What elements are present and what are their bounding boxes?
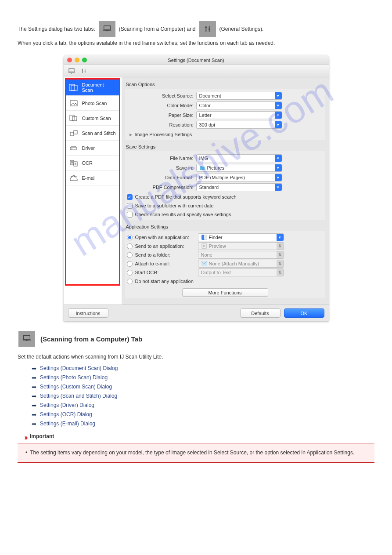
- checkbox-label: Create a PDF file that supports keyword …: [135, 194, 237, 200]
- color-mode-dropdown[interactable]: Color ▾: [196, 102, 282, 109]
- checkbox-icon: [127, 212, 133, 218]
- radio-label: Send to an application:: [135, 243, 184, 249]
- sidebar-item-photo-scan[interactable]: Photo Scan: [66, 96, 119, 111]
- select-value: Pictures: [207, 165, 225, 170]
- image-processing-label: Image Processing Settings: [135, 132, 192, 137]
- radio-label: Attach to e-mail:: [135, 261, 170, 266]
- paper-size-dropdown[interactable]: Letter ▾: [196, 111, 282, 119]
- close-icon[interactable]: [67, 58, 72, 62]
- sidebar-item-email[interactable]: E-mail: [66, 170, 119, 185]
- link-item[interactable]: ➡Settings (E-mail) Dialog: [32, 421, 374, 427]
- disclosure-triangle-icon: ▶: [129, 133, 132, 137]
- checkbox-subfolder-date[interactable]: Save to a subfolder with current date: [127, 201, 324, 210]
- sidebar-item-document-scan[interactable]: Document Scan: [66, 80, 119, 96]
- file-name-field[interactable]: IMG ▾: [196, 154, 282, 162]
- checkbox-check-results[interactable]: Check scan results and specify save sett…: [127, 210, 324, 219]
- chevron-down-icon: ▾: [277, 234, 284, 241]
- checkbox-label: Check scan results and specify save sett…: [135, 212, 231, 217]
- sidebar-label: Scan and Stitch: [82, 131, 116, 136]
- tab-section-para: Set the default actions when scanning fr…: [18, 353, 374, 361]
- important-body: •The setting items vary depending on you…: [18, 443, 374, 463]
- save-in-label: Save in:: [127, 165, 196, 170]
- email-icon: [69, 174, 79, 182]
- titlebar: Settings (Document Scan): [64, 55, 329, 65]
- link-item[interactable]: ➡Settings (Document Scan) Dialog: [32, 365, 374, 372]
- select-value: PDF (Multiple Pages): [199, 175, 245, 180]
- link-item[interactable]: ➡Settings (Custom Scan) Dialog: [32, 384, 374, 390]
- svg-rect-4: [69, 69, 74, 72]
- radio-open-with-app[interactable]: [127, 235, 133, 240]
- document-scan-icon: [69, 83, 79, 91]
- svg-rect-5: [68, 72, 75, 73]
- more-functions-button[interactable]: More Functions: [182, 288, 268, 297]
- link-item[interactable]: ➡Settings (Driver) Dialog: [32, 402, 374, 409]
- checkbox-keyword-search[interactable]: ✓ Create a PDF file that supports keywor…: [127, 192, 324, 201]
- link-item[interactable]: ➡Settings (OCR) Dialog: [32, 411, 374, 418]
- dialog-footer: Instructions Defaults OK: [64, 305, 329, 321]
- svg-rect-22: [24, 336, 30, 340]
- radio-send-to-folder[interactable]: [127, 252, 133, 258]
- minimize-icon[interactable]: [75, 58, 79, 62]
- chevron-down-icon: ▾: [275, 174, 282, 181]
- link-text: Settings (Document Scan) Dialog: [40, 365, 118, 371]
- save-in-dropdown[interactable]: Pictures ▾: [196, 164, 282, 172]
- sidebar-label: Document Scan: [82, 82, 116, 93]
- radio-label: Send to a folder:: [135, 252, 171, 258]
- svg-rect-18: [204, 235, 207, 240]
- link-text: Settings (Driver) Dialog: [40, 402, 94, 408]
- resolution-dropdown[interactable]: 300 dpi ▾: [196, 121, 282, 129]
- select-value: Color: [199, 103, 211, 108]
- radio-start-ocr[interactable]: [127, 270, 133, 276]
- radio-send-to-app[interactable]: [127, 243, 133, 249]
- intro-line2: When you click a tab, the options availa…: [18, 39, 374, 47]
- svg-rect-19: [202, 244, 206, 248]
- pdf-compression-label: PDF Compression:: [127, 185, 196, 190]
- ok-button[interactable]: OK: [284, 308, 324, 318]
- scan-from-computer-tab-icon[interactable]: [66, 67, 77, 76]
- open-with-app-dropdown[interactable]: Finder ▾: [198, 233, 284, 241]
- sidebar-item-scan-and-stitch[interactable]: Scan and Stitch: [66, 126, 119, 141]
- dialog-title: Settings (Document Scan): [168, 58, 224, 63]
- svg-point-6: [82, 69, 83, 70]
- link-item[interactable]: ➡Settings (Photo Scan) Dialog: [32, 374, 374, 381]
- chevron-down-icon: ⇅: [277, 251, 284, 258]
- radio-attach-email[interactable]: [127, 261, 133, 267]
- data-format-dropdown[interactable]: PDF (Multiple Pages) ▾: [196, 174, 282, 181]
- scan-options-header: Scan Options: [125, 80, 325, 89]
- pdf-compression-dropdown[interactable]: Standard ▾: [196, 183, 282, 191]
- sidebar: Document Scan Photo Scan Custom Scan Sca…: [64, 77, 122, 305]
- radio-do-not-start[interactable]: [127, 279, 133, 284]
- sidebar-item-ocr[interactable]: OCR: [66, 156, 119, 170]
- file-name-label: File Name:: [127, 156, 196, 161]
- general-settings-tab-icon[interactable]: [79, 67, 88, 76]
- maximize-icon[interactable]: [82, 58, 87, 62]
- file-name-value: IMG: [199, 156, 209, 161]
- settings-dialog: Settings (Document Scan) Document Scan: [64, 55, 329, 321]
- select-value: Preview: [209, 243, 226, 249]
- sidebar-item-custom-scan[interactable]: Custom Scan: [66, 111, 119, 126]
- important-chevron-icon: ››› Important: [25, 433, 374, 442]
- defaults-button[interactable]: Defaults: [240, 308, 281, 318]
- link-text: Settings (Custom Scan) Dialog: [40, 384, 112, 390]
- arrow-icon: ➡: [32, 411, 36, 418]
- sidebar-label: E-mail: [82, 175, 96, 181]
- important-label: Important: [30, 433, 54, 442]
- svg-rect-13: [70, 132, 74, 136]
- image-processing-toggle[interactable]: ▶ Image Processing Settings: [127, 130, 324, 139]
- app-settings-header: Application Settings: [125, 222, 325, 231]
- sidebar-item-driver[interactable]: Driver: [66, 141, 119, 156]
- select-source-dropdown[interactable]: Document ▾: [196, 92, 282, 100]
- sidebar-label: Custom Scan: [82, 116, 111, 121]
- mail-icon: [201, 261, 207, 266]
- send-to-folder-dropdown: None ⇅: [198, 251, 284, 259]
- resolution-label: Resolution:: [127, 122, 196, 127]
- chevron-down-icon: ⇅: [277, 243, 284, 250]
- radio-label: Open with an application:: [135, 235, 190, 240]
- settings-pane: Scan Options Select Source: Document ▾ C…: [122, 77, 329, 305]
- preview-icon: [201, 243, 207, 249]
- custom-scan-icon: [69, 114, 79, 122]
- important-note: ››› Important •The setting items vary de…: [18, 433, 374, 463]
- tab-section-title: (Scanning from a Computer) Tab: [40, 335, 142, 343]
- instructions-button[interactable]: Instructions: [68, 308, 108, 318]
- link-item[interactable]: ➡Settings (Scan and Stitch) Dialog: [32, 393, 374, 399]
